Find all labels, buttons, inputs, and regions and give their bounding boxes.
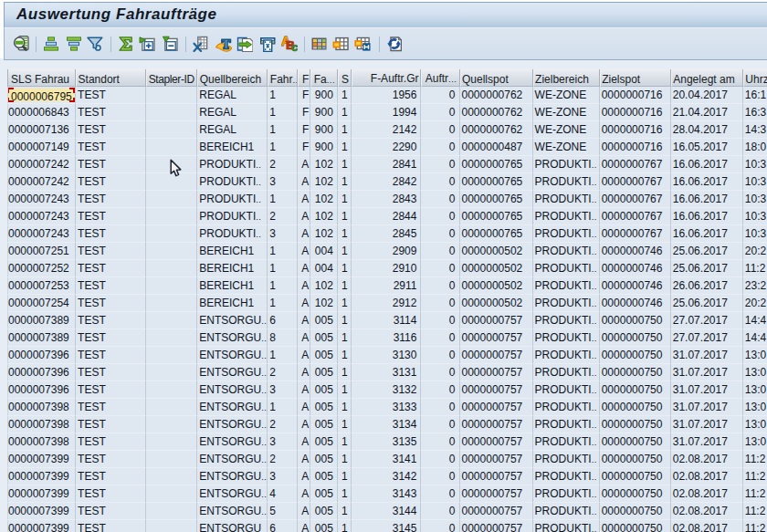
- svg-text:c: c: [291, 40, 298, 52]
